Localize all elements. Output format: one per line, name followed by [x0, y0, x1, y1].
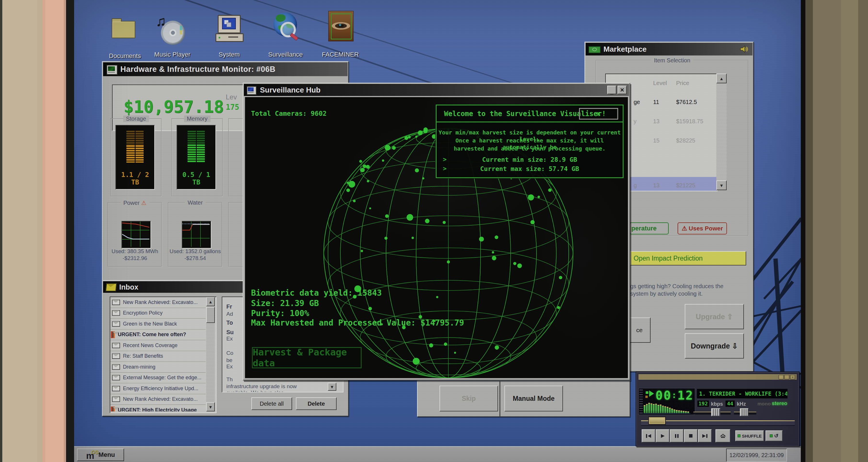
open-impact-prediction-button[interactable]: Open Impact Prediction — [630, 251, 746, 266]
surveillance-window-icon — [247, 86, 256, 95]
envelope-icon — [112, 353, 120, 359]
stat-size: Size: 21.39 GB — [251, 299, 319, 308]
email-row[interactable]: New Rank Achieved: Excavato... — [110, 297, 206, 308]
email-row[interactable]: Energy Efficiency Initiative Upd... — [110, 383, 206, 394]
taskbar: m OS Menu 12/02/1999, 22:31:09 — [73, 446, 801, 462]
faceminer-eye-icon — [328, 11, 353, 41]
freq-box: 44 — [725, 401, 735, 407]
buffer-state-icon — [645, 396, 648, 398]
email-row[interactable]: New Rank Achieved: Excavato... — [110, 394, 206, 405]
email-list-scrollbar[interactable]: ▲ ▼ — [206, 297, 215, 411]
email-row-urgent[interactable]: URGENT: High Electricity Usage — [110, 405, 206, 411]
inbox-title: Inbox — [119, 283, 138, 291]
email-row-urgent[interactable]: URGENT: Come here often? — [110, 330, 206, 340]
menu-button[interactable]: m OS Menu — [77, 449, 124, 461]
detail-body-line1: infrastructure upgrade is now — [226, 383, 297, 390]
envelope-icon — [112, 386, 120, 391]
player-close-icon[interactable]: × — [790, 375, 795, 379]
email-row[interactable]: Green is the New Black — [110, 319, 206, 330]
envelope-icon — [112, 364, 120, 370]
desktop-icon-system[interactable]: System — [206, 11, 252, 59]
pause-button[interactable] — [670, 429, 684, 442]
desktop-icon-faceminer[interactable]: FACEMINER — [317, 8, 363, 59]
skip-button[interactable]: Skip — [439, 386, 498, 411]
seek-bar-handle[interactable] — [648, 417, 666, 425]
volume-slider-handle[interactable] — [740, 408, 748, 416]
desktop-icon-music-player[interactable]: ♫ Music Player — [149, 11, 195, 59]
envelope-icon — [112, 321, 120, 327]
close-button[interactable]: × — [618, 86, 627, 94]
scroll-down-button[interactable]: ▼ — [716, 180, 727, 190]
menu-label: Menu — [98, 451, 115, 459]
envelope-icon — [112, 300, 120, 305]
system-computer-base — [215, 33, 244, 42]
email-row[interactable]: External Message: Get the edge... — [110, 373, 206, 383]
scroll-thumb[interactable] — [206, 307, 215, 323]
balance-slider-handle[interactable] — [711, 408, 720, 416]
power-group: Power ⚠ Used: 380.35 MWh -$2312.96 — [108, 202, 162, 267]
detail-scroll-down-button[interactable]: ▼ — [328, 383, 336, 391]
freq-unit: kHz — [737, 401, 746, 407]
monitor-bezel-right — [801, 0, 868, 462]
manual-mode-button[interactable]: Manual Mode — [504, 386, 563, 411]
previous-button[interactable] — [642, 429, 655, 442]
memory-value: 0.5 / 1 TB — [177, 171, 215, 186]
stop-button[interactable] — [684, 429, 698, 442]
email-row[interactable]: Re: Staff Benefits — [110, 351, 206, 362]
dialog-close-button[interactable]: × — [579, 108, 618, 120]
marketplace-titlebar[interactable]: Marketplace — [586, 43, 752, 56]
strip-divider — [499, 381, 500, 416]
shuffle-button[interactable]: SHUFFLE — [735, 430, 764, 441]
player-maximize-icon[interactable] — [784, 375, 789, 379]
detail-label-fragment: Fr — [226, 303, 232, 310]
storage-value: 1.1 / 2 TB — [116, 171, 154, 186]
detail-label-fragment: be — [226, 357, 232, 364]
hardware-monitor-titlebar[interactable]: Hardware & Infrastructure Monitor: #06B — [103, 62, 347, 76]
partial-button-fragment[interactable]: ce — [628, 317, 651, 343]
music-player-window: × 00:12 1. TEKRIDER - WORKLIFE (3:48) 19… — [636, 371, 800, 446]
welcome-dialog-header: Welcome to the Surveillance Visualiser! … — [437, 105, 623, 122]
delete-all-button[interactable]: Delete all — [251, 397, 292, 410]
uses-power-badge: ⚠ Uses Power — [678, 222, 727, 235]
player-minimize-icon[interactable] — [779, 375, 783, 379]
speaker-icon[interactable] — [740, 45, 748, 53]
play-button[interactable] — [656, 429, 670, 442]
power-graph — [122, 221, 151, 249]
envelope-icon — [112, 397, 120, 402]
surveillance-titlebar[interactable]: Surveillance Hub _ × — [244, 84, 629, 96]
downgrade-arrow-icon: ⇩ — [732, 342, 738, 350]
email-row[interactable]: Encryption Policy — [110, 308, 206, 319]
detail-label-fragment: Ex — [226, 364, 232, 370]
desktop-icon-surveillance[interactable]: Surveillance — [262, 10, 308, 59]
scroll-up-button[interactable]: ▲ — [206, 297, 215, 306]
detail-label-fragment: Th — [226, 376, 232, 383]
desktop-icon-documents[interactable]: Documents — [102, 16, 148, 59]
email-row[interactable]: Dream-mining — [110, 362, 206, 373]
next-button[interactable] — [698, 429, 712, 442]
cooling-help-line1: gs getting high? Cooling reduces the — [630, 283, 723, 289]
memory-label: Memory — [184, 116, 210, 122]
surveillance-title: Surveillance Hub — [260, 86, 320, 95]
stat-purity: Purity: 100% — [251, 309, 309, 318]
eject-button[interactable] — [715, 429, 731, 442]
upgrade-button[interactable]: Upgrade ⇧ — [685, 304, 744, 329]
minimize-button[interactable]: _ — [607, 86, 616, 94]
temperature-badge: perature — [629, 222, 669, 235]
delete-button[interactable]: Delete — [296, 397, 337, 410]
item-list-scrollbar[interactable]: ▲ ▼ — [716, 73, 727, 190]
downgrade-button[interactable]: Downgrade ⇩ — [685, 333, 744, 359]
repeat-button[interactable]: ↺ — [766, 430, 783, 441]
scroll-down-button[interactable]: ▼ — [206, 402, 215, 411]
harvest-package-button[interactable]: Harvest & Package data — [252, 347, 362, 368]
bitrate-box: 192 — [698, 401, 709, 407]
dialog-max-size: Current max size: 57.74 GB — [437, 165, 623, 173]
scroll-up-button[interactable]: ▲ — [716, 73, 727, 83]
envelope-icon — [112, 375, 120, 380]
water-group: Water Used: 1352.0 gallons -$278.54 — [168, 202, 222, 267]
email-row[interactable]: Recent News Coverage — [110, 340, 206, 351]
monitor-bezel-left — [0, 0, 74, 462]
clock: 12/02/1999, 22:31:09 — [726, 449, 787, 462]
track-title-display[interactable]: 1. TEKRIDER - WORKLIFE (3:48) — [697, 389, 787, 399]
detail-label-fragment: Su — [226, 329, 234, 336]
player-titlebar[interactable]: × — [639, 374, 797, 379]
